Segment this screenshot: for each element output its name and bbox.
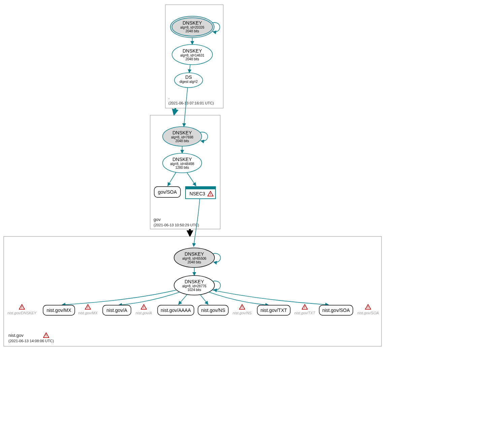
ghost-nist-mx: nist.gov/MX [78,305,98,315]
node-nist-ns[interactable]: nist.gov/NS [198,305,228,315]
node-gov-nsec3[interactable]: NSEC3 [186,187,216,199]
svg-text:NSEC3: NSEC3 [190,191,205,196]
warning-icon [302,305,307,309]
warning-icon [43,333,49,338]
svg-text:nist.gov/NS: nist.gov/NS [201,308,225,313]
svg-text:digest alg=2: digest alg=2 [179,80,198,84]
svg-text:DNSKEY: DNSKEY [185,279,204,284]
svg-text:DNSKEY: DNSKEY [183,48,202,54]
svg-text:nist.gov/DNSKEY: nist.gov/DNSKEY [7,311,37,315]
svg-text:nist.gov/MX: nist.gov/MX [46,308,71,313]
zone-root-name: . [168,95,170,100]
zone-nist: nist.gov (2021-06-13 14:08:06 UTC) DNSKE… [4,236,382,346]
ghost-nist-a: nist.gov/A [136,305,152,315]
svg-text:nist.gov/MX: nist.gov/MX [78,311,98,315]
node-gov-soa[interactable]: gov/SOA [154,187,180,197]
node-nist-mx[interactable]: nist.gov/MX [43,305,75,315]
svg-text:nist.gov/SOA: nist.gov/SOA [322,308,350,313]
svg-text:2048 bits: 2048 bits [186,29,199,33]
edge-gov-zsk-nsec3 [187,172,196,186]
zone-nist-ts: (2021-06-13 14:08:06 UTC) [8,339,54,343]
ghost-nist-txt: nist.gov/TXT [294,305,316,315]
edge-zsk-txt [209,292,269,305]
node-root-ds[interactable]: DS digest alg=2 [174,73,203,88]
svg-text:gov/SOA: gov/SOA [158,189,177,195]
svg-rect-26 [186,187,216,189]
svg-text:nist.gov/AAAA: nist.gov/AAAA [161,308,191,313]
svg-text:DNSKEY: DNSKEY [172,157,192,162]
node-nist-zsk[interactable]: DNSKEY alg=8, id=28776 1024 bits [174,276,214,295]
svg-text:nist.gov/NS: nist.gov/NS [233,311,252,315]
node-gov-ksk[interactable]: DNSKEY alg=8, id=7698 2048 bits [163,127,202,146]
node-root-zsk[interactable]: DNSKEY alg=8, id=14631 2048 bits [172,44,212,65]
zone-nist-name: nist.gov [8,333,24,338]
zone-gov-ts: (2021-06-13 10:50:29 UTC) [154,223,199,227]
svg-text:nist.gov/SOA: nist.gov/SOA [357,311,379,315]
edge-zsk-ns [200,294,208,305]
svg-text:nist.gov/A: nist.gov/A [136,311,152,315]
edge-zsk-aaaa [178,294,187,305]
zone-root-ts: (2021-06-13 07:16:01 UTC) [168,101,214,105]
edge-root-zsk-ds [189,64,190,73]
node-root-ksk[interactable]: DNSKEY alg=8, id=20326 2048 bits [170,16,214,38]
svg-text:alg=8, id=48498: alg=8, id=48498 [170,162,194,166]
svg-text:2048 bits: 2048 bits [186,57,199,61]
svg-text:nist.gov/TXT: nist.gov/TXT [294,311,316,315]
svg-text:2048 bits: 2048 bits [188,260,201,264]
edge-gov-zsk-soa [168,172,176,186]
svg-text:nist.gov/TXT: nist.gov/TXT [261,308,287,313]
svg-text:DNSKEY: DNSKEY [183,20,202,26]
node-nist-aaaa[interactable]: nist.gov/AAAA [158,305,194,315]
svg-text:alg=8, id=7698: alg=8, id=7698 [171,135,194,139]
svg-text:nist.gov/A: nist.gov/A [106,308,127,313]
svg-text:DNSKEY: DNSKEY [185,251,204,257]
ghost-nist-ns: nist.gov/NS [233,305,252,315]
svg-text:alg=8, id=20326: alg=8, id=20326 [180,26,204,29]
node-nist-soa[interactable]: nist.gov/SOA [319,305,353,315]
zone-root: . (2021-06-13 07:16:01 UTC) DNSKEY alg=8… [165,5,223,108]
warning-icon [365,305,371,309]
dnssec-graph: ! . (2021-06-13 07:16:01 UTC) DNSKEY alg… [0,0,496,448]
svg-text:DS: DS [185,74,192,80]
edge-delegation-root-gov [174,108,175,115]
svg-text:2048 bits: 2048 bits [175,139,189,143]
edge-zsk-soa [212,290,329,305]
node-nist-a[interactable]: nist.gov/A [103,305,131,315]
svg-text:alg=8, id=65506: alg=8, id=65506 [182,257,206,260]
node-nist-ksk[interactable]: DNSKEY alg=8, id=65506 2048 bits [174,248,214,267]
svg-text:1024 bits: 1024 bits [188,288,201,292]
warning-icon [85,305,91,309]
node-nist-txt[interactable]: nist.gov/TXT [257,305,290,315]
warning-icon [19,305,25,309]
zone-gov-name: gov [154,217,161,222]
edge-zsk-mx [62,290,176,305]
zone-gov: gov (2021-06-13 10:50:29 UTC) DNSKEY alg… [150,115,220,229]
svg-text:DNSKEY: DNSKEY [172,130,192,135]
svg-text:alg=8, id=28776: alg=8, id=28776 [182,284,206,288]
node-gov-zsk[interactable]: DNSKEY alg=8, id=48498 1280 bits [163,153,202,173]
ghost-nist-soa: nist.gov/SOA [357,305,379,315]
svg-text:1280 bits: 1280 bits [175,166,189,169]
warning-icon [239,305,245,309]
svg-text:alg=8, id=14631: alg=8, id=14631 [180,54,204,57]
edge-ds-govksk [184,88,188,127]
warning-icon [141,305,146,309]
ghost-nist-dnskey: nist.gov/DNSKEY [7,305,37,315]
edge-nsec3-nist [194,199,200,247]
